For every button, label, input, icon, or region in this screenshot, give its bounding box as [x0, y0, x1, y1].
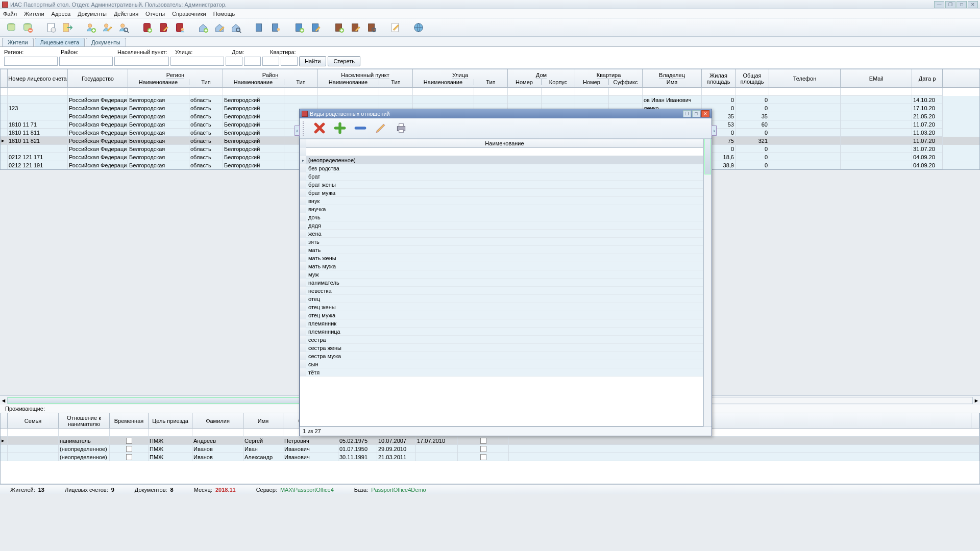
book-icon[interactable] [252, 20, 266, 35]
document-edit-icon[interactable] [388, 20, 402, 35]
col-living[interactable]: Жилая площадь [702, 72, 735, 85]
relationship-list[interactable]: Наименование ▸(неопределенное)без родств… [300, 139, 703, 427]
filter-region-input[interactable] [4, 57, 58, 66]
add-icon[interactable] [333, 121, 347, 136]
brown-book-add-icon[interactable] [332, 20, 346, 35]
col-account[interactable]: Номер лицевого счета [8, 76, 66, 82]
find-button[interactable]: Найти [299, 56, 326, 66]
tab-accounts[interactable]: Лицевые счета [35, 38, 85, 46]
menu-file[interactable]: Файл [3, 11, 17, 17]
table-row[interactable]: (неопределенное)ПМЖИвановАлександрИванов… [1, 453, 979, 461]
list-item[interactable]: дочь [306, 213, 703, 221]
col-region[interactable]: Регион [166, 71, 184, 79]
checkbox[interactable] [126, 446, 132, 452]
list-item[interactable]: мать [306, 246, 703, 254]
menu-residents[interactable]: Жители [24, 11, 44, 17]
list-item[interactable]: отец [306, 295, 703, 303]
table-row[interactable]: (неопределенное)ПМЖИвановИванИванович01.… [1, 445, 979, 453]
filter-locality-input[interactable] [114, 57, 169, 66]
list-item[interactable]: сестра [306, 336, 703, 344]
clear-button[interactable]: Стереть [328, 56, 360, 66]
page-settings-icon[interactable] [44, 20, 58, 35]
dialog-restore-button[interactable]: ❐ [683, 110, 691, 117]
book-person-icon[interactable] [268, 20, 283, 35]
filter-flat-input[interactable] [262, 57, 279, 66]
col-locality[interactable]: Населенный пункт [341, 71, 389, 79]
list-item[interactable]: брат [306, 172, 703, 181]
list-item[interactable]: наниматель [306, 279, 703, 287]
list-item[interactable]: дядя [306, 221, 703, 230]
col-email[interactable]: EMail [869, 76, 884, 82]
house-search-icon[interactable] [229, 20, 243, 35]
list-item[interactable]: сестра мужа [306, 352, 703, 360]
brown-book-search-icon[interactable] [364, 20, 379, 35]
col-district[interactable]: Район [262, 71, 278, 79]
person-search-icon[interactable] [116, 20, 131, 35]
list-item[interactable]: внучка [306, 205, 703, 213]
filter-flat-suffix-input[interactable] [281, 57, 298, 66]
dialog-close-button[interactable]: ✕ [701, 110, 709, 117]
list-item[interactable]: муж [306, 270, 703, 279]
tab-documents[interactable]: Документы [86, 38, 126, 46]
filter-district-input[interactable] [59, 57, 113, 66]
checkbox[interactable] [126, 454, 132, 460]
col-date[interactable]: Дата р [919, 76, 936, 82]
tab-residents[interactable]: Жители [2, 38, 34, 46]
list-item[interactable]: брат мужа [306, 189, 703, 197]
list-item[interactable]: племянник [306, 319, 703, 328]
world-icon[interactable] [411, 20, 426, 35]
menu-addresses[interactable]: Адреса [52, 11, 71, 17]
list-item[interactable]: отец жены [306, 303, 703, 311]
house-add-icon[interactable] [196, 20, 210, 35]
filter-street-input[interactable] [170, 57, 224, 66]
menu-references[interactable]: Справочники [172, 11, 206, 17]
close-button[interactable]: ✕ [968, 1, 978, 8]
col-street[interactable]: Улица [452, 71, 468, 79]
menu-actions[interactable]: Действия [114, 11, 138, 17]
edit-icon[interactable] [374, 121, 387, 136]
checkbox[interactable] [480, 438, 486, 444]
list-item[interactable]: отец мужа [306, 311, 703, 319]
checkbox[interactable] [126, 438, 132, 444]
list-item[interactable]: зять [306, 238, 703, 246]
maximize-button[interactable]: □ [957, 1, 967, 8]
house-edit-icon[interactable] [212, 20, 227, 35]
list-item[interactable]: тётя [306, 368, 703, 377]
col-total[interactable]: Общая площадь [736, 72, 769, 85]
menu-help[interactable]: Помощь [213, 11, 235, 17]
col-phone[interactable]: Телефон [793, 76, 817, 82]
table-row[interactable]: Российская ФедерациБелгородскаяобластьБе… [1, 96, 979, 104]
list-item[interactable]: брат жены [306, 181, 703, 189]
list-item[interactable]: невестка [306, 287, 703, 295]
passport-add-icon[interactable] [140, 20, 154, 35]
brown-book-edit-icon[interactable] [348, 20, 362, 35]
list-item[interactable]: сын [306, 360, 703, 368]
checkbox[interactable] [480, 446, 486, 452]
filter-house-corp-input[interactable] [244, 57, 261, 66]
list-item[interactable]: жена [306, 230, 703, 238]
dialog-side-tab-left[interactable]: ‹ [295, 126, 300, 136]
col-flat[interactable]: Квартира [597, 71, 621, 79]
list-item[interactable]: без родства [306, 164, 703, 172]
col-owner[interactable]: Владелец [659, 71, 685, 79]
list-item[interactable]: мать жены [306, 254, 703, 262]
filter-house-input[interactable] [226, 57, 242, 66]
list-item[interactable]: мать мужа [306, 262, 703, 270]
table-row[interactable]: ▸нанимательПМЖАндреевСергейПетрович05.02… [1, 437, 979, 445]
minimize-button[interactable]: — [934, 1, 944, 8]
list-item[interactable]: сестра жены [306, 344, 703, 352]
remove-icon[interactable] [354, 121, 367, 136]
person-edit-icon[interactable] [100, 20, 114, 35]
dialog-column-header[interactable]: Наименование [306, 139, 703, 148]
dialog-maximize-button[interactable]: □ [692, 110, 700, 117]
col-house[interactable]: Дом [536, 71, 547, 79]
person-add-icon[interactable] [84, 20, 98, 35]
db-open-icon[interactable] [4, 20, 18, 35]
exit-icon[interactable] [60, 20, 75, 35]
restore-button[interactable]: ❐ [945, 1, 955, 8]
dialog-side-tab-right[interactable]: › [712, 126, 717, 136]
print-icon[interactable] [395, 121, 408, 136]
col-country[interactable]: Государство [82, 76, 114, 82]
db-close-icon[interactable] [20, 20, 35, 35]
passport-person-icon[interactable] [173, 20, 187, 35]
